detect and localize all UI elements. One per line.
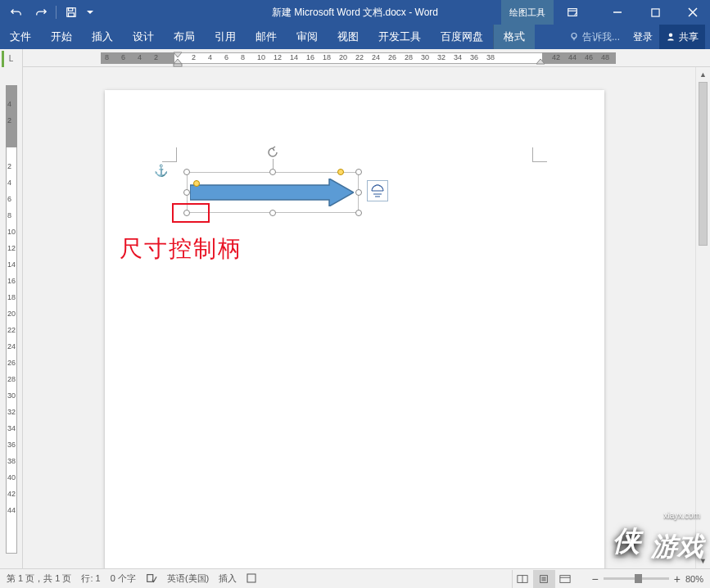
zoom-in-button[interactable]: + <box>674 572 681 586</box>
tab-developer[interactable]: 开发工具 <box>369 25 431 49</box>
minimize-button[interactable] <box>600 0 635 25</box>
view-web-layout[interactable] <box>554 570 576 588</box>
tab-mailings[interactable]: 邮件 <box>246 25 287 49</box>
anchor-icon: ⚓ <box>154 164 168 177</box>
ruler-tick: 20 <box>339 53 347 61</box>
tab-references[interactable]: 引用 <box>205 25 246 49</box>
zoom-slider-thumb[interactable] <box>635 574 642 583</box>
ruler-tick: 42 <box>552 53 560 61</box>
ruler-horizontal[interactable]: 8642246810121416182022242628303234363842… <box>23 49 710 66</box>
scroll-thumb[interactable] <box>699 82 708 246</box>
share-icon <box>666 32 676 42</box>
ruler-tick: 18 <box>7 293 16 301</box>
qat-separator <box>56 6 57 19</box>
ribbon-display-options-button[interactable] <box>558 0 587 25</box>
resize-handle-n[interactable] <box>269 169 276 175</box>
adjustment-handle-1[interactable] <box>193 180 200 187</box>
status-page[interactable]: 第 1 页，共 1 页 <box>7 572 71 585</box>
status-language[interactable]: 英语(美国) <box>167 572 209 585</box>
vertical-scrollbar[interactable]: ▲ ▼ <box>695 67 710 568</box>
lightbulb-icon <box>569 32 579 42</box>
resize-handle-e[interactable] <box>355 189 362 196</box>
resize-handle-nw[interactable] <box>183 169 190 175</box>
arrow-shape[interactable] <box>190 179 354 206</box>
layout-options-icon <box>370 183 385 198</box>
tab-baidu-netdisk[interactable]: 百度网盘 <box>431 25 493 49</box>
ruler-vertical[interactable]: 4224681012141618202224262830323436384042… <box>0 67 23 568</box>
status-macro-icon[interactable] <box>246 573 256 585</box>
zoom-level[interactable]: 80% <box>685 574 703 584</box>
ruler-tick: 46 <box>585 53 593 61</box>
ruler-tick: 34 <box>454 53 462 61</box>
document-area[interactable]: ⚓ <box>23 67 710 568</box>
qat-customize-dropdown[interactable] <box>84 2 96 23</box>
ruler-tick: 40 <box>7 473 16 482</box>
layout-options-button[interactable] <box>367 180 388 201</box>
ruler-tick: 22 <box>355 53 364 61</box>
view-print-layout[interactable] <box>533 570 554 588</box>
tab-file[interactable]: 文件 <box>0 25 41 49</box>
ruler-tick: 4 <box>138 53 142 61</box>
watermark: xiayx.com 侠 游戏 <box>608 522 703 565</box>
ruler-tick: 30 <box>7 391 16 400</box>
tab-view[interactable]: 视图 <box>328 25 369 49</box>
ruler-tick: 20 <box>7 310 16 318</box>
ruler-tick: 12 <box>274 53 282 61</box>
scroll-up-button[interactable]: ▲ <box>696 67 710 82</box>
status-line[interactable]: 行: 1 <box>81 572 100 585</box>
ruler-tick: 2 <box>7 116 11 124</box>
share-button[interactable]: 共享 <box>659 25 705 49</box>
resize-handle-s[interactable] <box>269 210 276 216</box>
close-button[interactable] <box>676 0 710 25</box>
workspace: 4224681012141618202224262830323436384042… <box>0 67 710 568</box>
svg-rect-5 <box>651 8 658 16</box>
ribbon-tabs: 文件 开始 插入 设计 布局 引用 邮件 审阅 视图 开发工具 百度网盘 格式 … <box>0 25 710 49</box>
resize-handle-w[interactable] <box>183 189 190 196</box>
ruler-tick: 6 <box>121 53 125 61</box>
redo-button[interactable] <box>29 2 52 23</box>
ruler-tick: 8 <box>241 53 245 61</box>
ruler-tick: 42 <box>7 490 16 498</box>
sign-in-button[interactable]: 登录 <box>626 30 659 44</box>
zoom-slider[interactable] <box>604 577 669 580</box>
ruler-tick: 2 <box>7 162 11 170</box>
tab-review[interactable]: 审阅 <box>287 25 328 49</box>
maximize-button[interactable] <box>638 0 672 25</box>
ruler-tick: 2 <box>154 53 158 61</box>
ruler-tick: 26 <box>388 53 396 61</box>
quick-access-toolbar <box>0 2 96 23</box>
right-indent-marker[interactable] <box>536 57 545 67</box>
rotate-stem <box>273 159 274 169</box>
page[interactable]: ⚓ <box>105 90 604 568</box>
watermark-icon: 侠 <box>608 522 644 565</box>
svg-rect-19 <box>560 575 570 582</box>
ruler-tick: 16 <box>7 277 16 285</box>
save-button[interactable] <box>60 2 83 23</box>
zoom-out-button[interactable]: − <box>592 572 599 586</box>
ruler-tick: 36 <box>7 441 16 449</box>
tab-format[interactable]: 格式 <box>493 25 535 49</box>
ruler-tick: 14 <box>290 53 298 61</box>
svg-text:侠: 侠 <box>613 525 644 556</box>
status-insert-mode[interactable]: 插入 <box>219 572 237 585</box>
tab-home[interactable]: 开始 <box>41 25 82 49</box>
shape-selection[interactable] <box>187 172 359 213</box>
tab-insert[interactable]: 插入 <box>82 25 123 49</box>
tab-layout[interactable]: 布局 <box>164 25 205 49</box>
svg-rect-1 <box>69 8 73 11</box>
ruler-tick: 32 <box>7 408 16 416</box>
view-read-mode[interactable] <box>512 570 533 588</box>
resize-handle-se[interactable] <box>355 210 362 216</box>
adjustment-handle-2[interactable] <box>337 169 344 175</box>
status-spellcheck-icon[interactable] <box>146 572 157 586</box>
first-line-indent-marker[interactable] <box>173 49 183 67</box>
tab-design[interactable]: 设计 <box>123 25 164 49</box>
undo-button[interactable] <box>5 2 28 23</box>
resize-handle-ne[interactable] <box>355 169 362 175</box>
tell-me-search[interactable]: 告诉我... <box>563 30 626 44</box>
app-name: Word <box>415 7 438 18</box>
ruler-tick: 4 <box>208 53 212 61</box>
rotate-handle[interactable] <box>266 146 279 159</box>
status-word-count[interactable]: 0 个字 <box>111 572 136 585</box>
ruler-tick: 4 <box>7 179 11 187</box>
